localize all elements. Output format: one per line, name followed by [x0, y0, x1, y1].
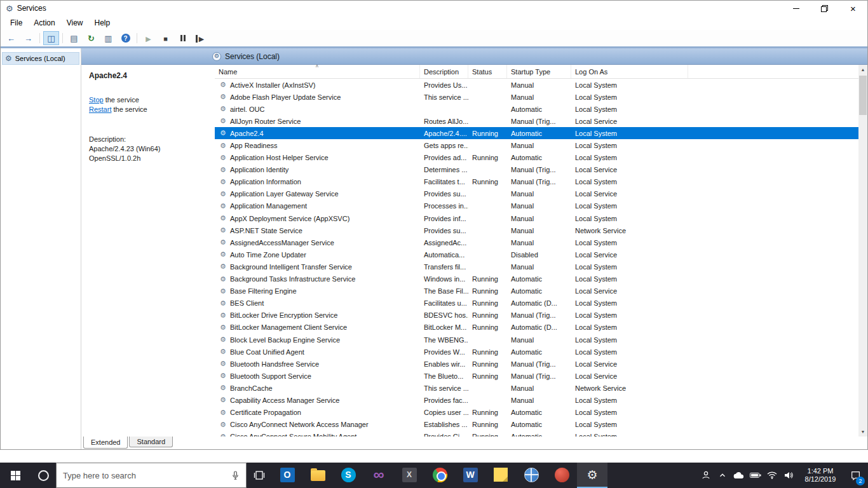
- service-row[interactable]: ⚙Blue Coat Unified AgentProvides W...Run…: [215, 346, 858, 358]
- column-header-log-on-as[interactable]: Log On As: [571, 65, 688, 78]
- back-button[interactable]: [3, 31, 19, 45]
- tab-extended[interactable]: Extended: [83, 437, 128, 449]
- taskbar-app-red-app[interactable]: [546, 463, 577, 488]
- restart-service-link[interactable]: Restart: [89, 105, 111, 113]
- properties-button[interactable]: [66, 31, 82, 45]
- volume-button[interactable]: [780, 463, 797, 488]
- service-row[interactable]: ⚙App ReadinessGets apps re...ManualLocal…: [215, 139, 858, 151]
- service-row[interactable]: ⚙Capability Access Manager ServiceProvid…: [215, 394, 858, 406]
- column-header-description[interactable]: Description: [420, 65, 468, 78]
- restore-button[interactable]: [810, 1, 839, 16]
- start-service-button[interactable]: [140, 31, 156, 45]
- service-row[interactable]: ⚙AllJoyn Router ServiceRoutes AllJo...Ma…: [215, 115, 858, 127]
- taskbar-app-outlook[interactable]: O: [272, 463, 302, 488]
- taskbar-app-visual-studio[interactable]: ∞: [363, 463, 394, 488]
- forward-button[interactable]: [20, 31, 36, 45]
- menu-action[interactable]: Action: [28, 17, 60, 29]
- service-gear-icon: ⚙: [219, 360, 227, 367]
- service-row[interactable]: ⚙BranchCacheThis service ...ManualNetwor…: [215, 382, 858, 394]
- stop-service-button[interactable]: [158, 31, 173, 45]
- action-center-button[interactable]: 2: [844, 463, 867, 488]
- service-row[interactable]: ⚙Background Tasks Infrastructure Service…: [215, 273, 858, 285]
- minimize-button[interactable]: [782, 1, 810, 16]
- taskbar-search[interactable]: Type here to search: [56, 463, 247, 488]
- vertical-scrollbar[interactable]: ▲ ▼: [858, 65, 867, 437]
- cortana-button[interactable]: [31, 463, 56, 488]
- service-row[interactable]: ⚙Bluetooth Handsfree ServiceEnables wir.…: [215, 358, 858, 370]
- column-header-name[interactable]: ∧Name: [215, 65, 420, 78]
- taskbar-clock[interactable]: 1:42 PM 8/12/2019: [797, 467, 844, 484]
- export-list-button[interactable]: [100, 31, 116, 45]
- services-node-icon: ⚙: [5, 55, 12, 62]
- service-row[interactable]: ⚙Background Intelligent Transfer Service…: [215, 261, 858, 273]
- scrollbar-thumb[interactable]: [859, 76, 867, 115]
- microphone-icon[interactable]: [231, 470, 240, 481]
- service-description: Transfers fil...: [420, 263, 468, 271]
- show-hidden-icons-button[interactable]: [714, 463, 731, 488]
- restart-service-button[interactable]: [192, 31, 208, 45]
- scrollbar-track[interactable]: [858, 74, 867, 427]
- service-row[interactable]: ⚙Application Layer Gateway ServiceProvid…: [215, 188, 858, 200]
- service-row[interactable]: ⚙Auto Time Zone UpdaterAutomatica...Disa…: [215, 248, 858, 261]
- service-log-on-as: Local Service: [571, 251, 688, 259]
- menu-view[interactable]: View: [61, 17, 89, 29]
- taskbar-app-word[interactable]: W: [455, 463, 485, 488]
- service-row[interactable]: ⚙ActiveX Installer (AxInstSV)Provides Us…: [215, 79, 858, 91]
- help-button[interactable]: ?: [118, 31, 133, 45]
- service-row[interactable]: ⚙Bluetooth Support ServiceThe Blueto...R…: [215, 370, 858, 382]
- service-row[interactable]: ⚙Application Host Helper ServiceProvides…: [215, 152, 858, 164]
- service-row[interactable]: ⚙Adobe Flash Player Update ServiceThis s…: [215, 91, 858, 103]
- service-row[interactable]: ⚙Base Filtering EngineThe Base Fil...Run…: [215, 285, 858, 297]
- service-row[interactable]: ⚙BitLocker Management Client ServiceBitL…: [215, 322, 858, 334]
- title-bar[interactable]: ⚙ Services ×: [1, 1, 867, 16]
- service-row[interactable]: ⚙BitLocker Drive Encryption ServiceBDESV…: [215, 309, 858, 322]
- taskbar-app-dark-app[interactable]: X: [394, 463, 424, 488]
- stop-service-link[interactable]: Stop: [89, 96, 104, 104]
- service-row[interactable]: ⚙Block Level Backup Engine ServiceThe WB…: [215, 334, 858, 346]
- menu-help[interactable]: Help: [89, 17, 116, 29]
- service-row-selected[interactable]: ⚙Apache2.4Apache/2.4....RunningAutomatic…: [215, 127, 858, 139]
- scroll-up-button[interactable]: ▲: [858, 65, 867, 74]
- tab-standard[interactable]: Standard: [129, 437, 173, 447]
- onedrive-button[interactable]: [731, 463, 747, 488]
- taskbar-app-skype[interactable]: S: [333, 463, 363, 488]
- service-row[interactable]: ⚙AppX Deployment Service (AppXSVC)Provid…: [215, 212, 858, 224]
- taskbar-app-chrome[interactable]: [424, 463, 455, 488]
- pause-service-button[interactable]: [175, 31, 191, 45]
- start-button[interactable]: [0, 463, 31, 488]
- service-row[interactable]: ⚙Application IdentityDetermines ...Manua…: [215, 164, 858, 176]
- service-row[interactable]: ⚙Application ManagementProcesses in...Ma…: [215, 200, 858, 212]
- service-startup-type: Manual: [507, 396, 571, 404]
- service-row[interactable]: ⚙airtel. OUCAutomaticLocal System: [215, 103, 858, 115]
- people-button[interactable]: [698, 463, 714, 488]
- service-log-on-as: Network Service: [571, 227, 688, 234]
- service-log-on-as: Local System: [571, 202, 688, 210]
- service-row[interactable]: ⚙ASP.NET State ServiceProvides su...Manu…: [215, 224, 858, 236]
- scroll-down-button[interactable]: ▼: [858, 427, 867, 437]
- service-row[interactable]: ⚙BES ClientFacilitates u...RunningAutoma…: [215, 297, 858, 309]
- service-row[interactable]: ⚙Cisco AnyConnect Network Access Manager…: [215, 419, 858, 431]
- task-view-button[interactable]: [247, 463, 272, 488]
- battery-button[interactable]: [747, 463, 764, 488]
- taskbar-app-globe[interactable]: [516, 463, 546, 488]
- service-startup-type: Manual: [507, 336, 571, 344]
- service-gear-icon: ⚙: [219, 191, 227, 198]
- show-console-tree-button[interactable]: [43, 31, 59, 45]
- taskbar-app-file-explorer[interactable]: [302, 463, 333, 488]
- service-log-on-as: Local Service: [571, 190, 688, 198]
- taskbar-app-settings[interactable]: ⚙: [577, 463, 607, 488]
- service-row[interactable]: ⚙Application InformationFacilitates t...…: [215, 176, 858, 188]
- tree-item-services-local[interactable]: ⚙ Services (Local): [2, 52, 79, 65]
- service-gear-icon: ⚙: [219, 118, 227, 125]
- refresh-button[interactable]: [83, 31, 99, 45]
- service-row[interactable]: ⚙Certificate PropagationCopies user ...R…: [215, 407, 858, 419]
- network-button[interactable]: [764, 463, 780, 488]
- column-header-status[interactable]: Status: [468, 65, 507, 78]
- close-button[interactable]: ×: [839, 1, 867, 16]
- column-header-startup-type[interactable]: Startup Type: [507, 65, 571, 78]
- service-row[interactable]: ⚙AssignedAccessManager ServiceAssignedAc…: [215, 236, 858, 248]
- taskbar-app-sticky-notes[interactable]: [485, 463, 516, 488]
- menu-file[interactable]: File: [4, 17, 28, 29]
- service-name: Auto Time Zone Updater: [230, 251, 306, 259]
- service-row[interactable]: ⚙Cisco AnyConnect Secure Mobility AgentP…: [215, 431, 858, 437]
